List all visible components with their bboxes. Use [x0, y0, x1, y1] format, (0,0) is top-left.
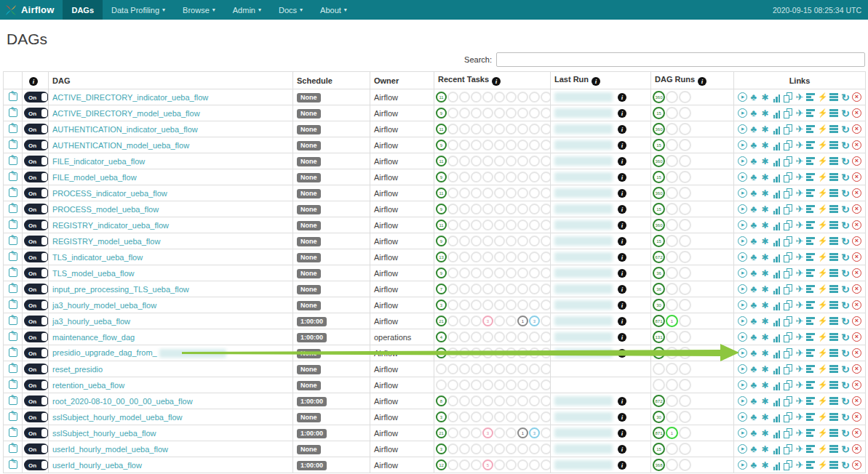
refresh-dag-icon[interactable] — [840, 220, 851, 230]
trigger-dag-icon[interactable] — [738, 396, 747, 406]
tree-view-icon[interactable] — [749, 92, 759, 103]
delete-dag-icon[interactable] — [852, 460, 861, 470]
recent-task-circle[interactable] — [471, 443, 482, 454]
refresh-dag-icon[interactable] — [840, 172, 851, 182]
trigger-dag-icon[interactable] — [738, 332, 747, 342]
landing-times-icon[interactable] — [795, 156, 805, 166]
gantt-view-icon[interactable] — [806, 364, 816, 374]
dag-link[interactable]: userId_hourly_ueba_flow — [52, 461, 142, 470]
recent-task-circle[interactable] — [494, 379, 505, 390]
recent-task-circle[interactable] — [482, 124, 493, 134]
refresh-dag-icon[interactable] — [840, 332, 851, 342]
refresh-dag-icon[interactable] — [840, 108, 851, 118]
pause-toggle[interactable]: On — [24, 459, 49, 470]
recent-task-circle[interactable] — [447, 124, 458, 134]
trigger-dag-icon[interactable] — [738, 172, 747, 182]
task-duration-icon[interactable] — [771, 140, 781, 150]
code-view-icon[interactable] — [818, 156, 828, 166]
landing-times-icon[interactable] — [795, 188, 805, 198]
dag-run-circle[interactable]: 131 — [653, 331, 665, 343]
landing-times-icon[interactable] — [795, 460, 805, 470]
recent-task-circle[interactable] — [529, 284, 540, 294]
trigger-dag-icon[interactable] — [738, 412, 747, 422]
recent-task-circle[interactable] — [506, 443, 517, 454]
pause-toggle[interactable]: On — [24, 220, 49, 230]
recent-task-circle[interactable] — [529, 92, 540, 103]
trigger-dag-icon[interactable] — [738, 444, 747, 454]
graph-view-icon[interactable] — [760, 124, 771, 134]
graph-view-icon[interactable] — [760, 188, 771, 198]
task-duration-icon[interactable] — [771, 108, 781, 118]
dag-link[interactable]: ACTIVE_DIRECTORY_model_ueba_flow — [52, 109, 200, 118]
code-view-icon[interactable] — [818, 92, 828, 103]
pause-toggle[interactable]: On — [24, 204, 49, 214]
pause-toggle[interactable]: On — [24, 316, 49, 326]
recent-task-circle[interactable] — [506, 300, 517, 310]
recent-task-circle[interactable] — [482, 332, 493, 342]
recent-task-circle[interactable] — [482, 443, 493, 454]
recent-task-circle[interactable] — [529, 379, 540, 390]
nav-item-data-profiling[interactable]: Data Profiling▾ — [103, 0, 174, 20]
nav-item-dags[interactable]: DAGs — [63, 0, 103, 20]
recent-task-circle[interactable] — [494, 411, 505, 422]
trigger-dag-icon[interactable] — [738, 124, 747, 134]
dag-run-circle[interactable]: 360 — [653, 219, 665, 231]
gantt-view-icon[interactable] — [806, 204, 816, 214]
graph-view-icon[interactable] — [760, 268, 771, 278]
recent-task-circle[interactable] — [517, 300, 528, 310]
gantt-view-icon[interactable] — [806, 444, 816, 454]
recent-task-circle[interactable] — [541, 204, 551, 214]
recent-task-circle[interactable]: 8 — [436, 395, 447, 406]
recent-task-circle[interactable] — [494, 348, 505, 358]
task-tries-icon[interactable] — [783, 460, 793, 470]
dag-run-circle[interactable] — [679, 107, 691, 119]
gantt-view-icon[interactable] — [806, 396, 816, 406]
landing-times-icon[interactable] — [795, 316, 805, 326]
recent-task-circle[interactable]: 9 — [436, 236, 447, 246]
recent-task-circle[interactable]: 4 — [436, 332, 447, 342]
graph-view-icon[interactable] — [760, 156, 771, 166]
recent-task-circle[interactable] — [517, 395, 528, 406]
dag-run-circle[interactable] — [679, 443, 691, 455]
recent-task-circle[interactable] — [529, 348, 540, 358]
task-tries-icon[interactable] — [783, 124, 793, 134]
recent-task-circle[interactable] — [506, 188, 517, 198]
pause-toggle[interactable]: On — [24, 443, 49, 454]
landing-times-icon[interactable] — [795, 364, 805, 374]
gantt-view-icon[interactable] — [806, 172, 816, 182]
tree-view-icon[interactable] — [749, 444, 759, 454]
recent-task-circle[interactable] — [494, 363, 505, 374]
dag-run-circle[interactable] — [666, 155, 678, 167]
dag-run-circle[interactable] — [666, 203, 678, 215]
dag-link[interactable]: reset_presidio — [52, 365, 103, 374]
recent-task-circle[interactable] — [459, 236, 470, 246]
dag-run-circle[interactable] — [679, 347, 691, 359]
recent-task-circle[interactable] — [471, 316, 482, 326]
recent-task-circle[interactable] — [471, 427, 482, 438]
tree-view-icon[interactable] — [749, 412, 759, 422]
edit-dag-icon[interactable] — [9, 252, 17, 261]
recent-task-circle[interactable] — [447, 268, 458, 278]
landing-times-icon[interactable] — [795, 428, 805, 438]
recent-task-circle[interactable] — [447, 172, 458, 182]
dag-run-circle[interactable] — [679, 139, 691, 151]
dag-link[interactable]: FILE_model_ueba_flow — [52, 173, 137, 182]
dag-run-circle[interactable]: 872 — [653, 395, 665, 407]
tree-view-icon[interactable] — [749, 252, 759, 262]
pause-toggle[interactable]: On — [24, 332, 49, 342]
recent-task-circle[interactable] — [506, 379, 517, 390]
recent-task-circle[interactable] — [447, 395, 458, 406]
code-view-icon[interactable] — [818, 428, 828, 438]
recent-task-circle[interactable] — [482, 252, 493, 262]
task-tries-icon[interactable] — [783, 268, 793, 278]
recent-task-circle[interactable] — [459, 220, 470, 230]
refresh-dag-icon[interactable] — [840, 284, 851, 294]
recent-task-circle[interactable] — [482, 348, 493, 358]
dag-link[interactable]: sslSubject_hourly_ueba_flow — [52, 429, 156, 438]
delete-dag-icon[interactable] — [852, 332, 861, 342]
recent-task-circle[interactable] — [447, 252, 458, 262]
trigger-dag-icon[interactable] — [738, 108, 747, 118]
task-tries-icon[interactable] — [783, 316, 793, 326]
recent-task-circle[interactable] — [541, 443, 551, 454]
delete-dag-icon[interactable] — [852, 172, 861, 182]
